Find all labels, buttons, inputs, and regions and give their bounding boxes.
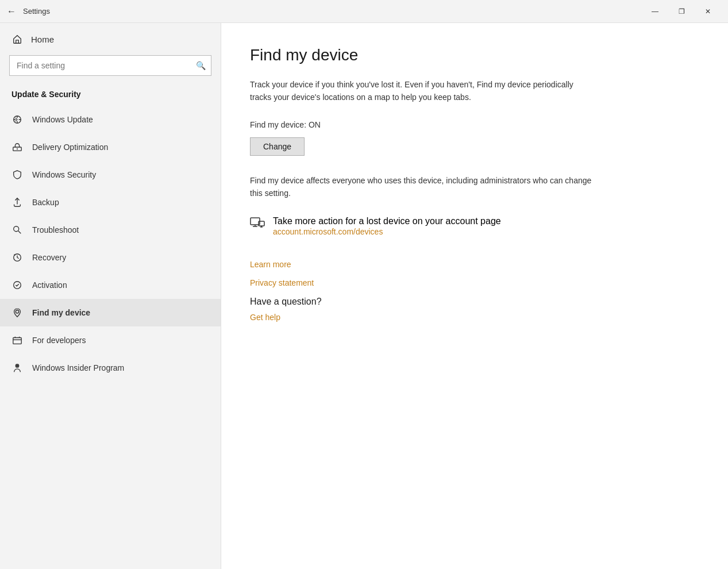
sidebar-item-for-developers[interactable]: For developers	[0, 326, 221, 354]
windows-insider-icon	[11, 362, 23, 374]
device-action-row: Take more action for a lost device on yo…	[250, 216, 595, 237]
windows-update-icon	[11, 114, 23, 125]
troubleshoot-icon	[11, 224, 23, 236]
get-help-link[interactable]: Get help	[250, 313, 699, 322]
device-status: Find my device: ON	[250, 120, 699, 129]
app-title: Settings	[23, 7, 50, 16]
back-button[interactable]: ←	[7, 6, 16, 17]
device-action-content: Take more action for a lost device on yo…	[273, 216, 501, 237]
close-button[interactable]: ✕	[695, 0, 721, 23]
backup-icon	[11, 197, 23, 208]
find-my-device-label: Find my device	[32, 308, 90, 317]
recovery-icon	[11, 252, 23, 263]
maximize-button[interactable]: ❐	[668, 0, 695, 23]
search-container: 🔍	[9, 55, 211, 76]
backup-label: Backup	[32, 198, 59, 207]
device-action-icon	[250, 217, 265, 233]
sidebar-section-title: Update & Security	[0, 85, 221, 106]
svg-point-14	[17, 365, 18, 367]
search-icon: 🔍	[196, 61, 206, 70]
page-title: Find my device	[250, 46, 699, 64]
windows-update-label: Windows Update	[32, 115, 93, 124]
svg-point-8	[16, 310, 18, 313]
home-icon	[11, 33, 23, 45]
window-controls: — ❐ ✕	[642, 0, 721, 23]
recovery-label: Recovery	[32, 253, 66, 262]
sidebar-item-backup[interactable]: Backup	[0, 189, 221, 216]
sidebar: Home 🔍 Update & Security Windows Update	[0, 23, 221, 569]
sidebar-item-windows-update[interactable]: Windows Update	[0, 106, 221, 133]
svg-rect-9	[13, 338, 21, 344]
find-my-device-icon	[11, 307, 23, 318]
sidebar-item-activation[interactable]: Activation	[0, 271, 221, 299]
learn-more-link[interactable]: Learn more	[250, 260, 699, 269]
activation-label: Activation	[32, 280, 67, 290]
sidebar-item-delivery-optimization[interactable]: Delivery Optimization	[0, 133, 221, 161]
sidebar-item-recovery[interactable]: Recovery	[0, 244, 221, 271]
content-description: Track your device if you think you've lo…	[250, 78, 595, 104]
svg-point-4	[14, 226, 19, 232]
content-area: Find my device Track your device if you …	[221, 23, 728, 569]
for-developers-icon	[11, 335, 23, 346]
sidebar-item-windows-security[interactable]: Windows Security	[0, 161, 221, 189]
device-action-text: Take more action for a lost device on yo…	[273, 216, 501, 226]
minimize-button[interactable]: —	[642, 0, 668, 23]
search-input[interactable]	[9, 55, 211, 76]
windows-security-label: Windows Security	[32, 170, 96, 179]
privacy-statement-link[interactable]: Privacy statement	[250, 278, 699, 287]
have-question-title: Have a question?	[250, 297, 699, 307]
title-bar: ← Settings — ❐ ✕	[0, 0, 728, 23]
app-body: Home 🔍 Update & Security Windows Update	[0, 23, 728, 569]
affects-text: Find my device affects everyone who uses…	[250, 174, 595, 200]
troubleshoot-label: Troubleshoot	[32, 225, 79, 234]
delivery-optimization-icon	[11, 141, 23, 153]
sidebar-item-find-my-device[interactable]: Find my device	[0, 299, 221, 326]
for-developers-label: For developers	[32, 336, 86, 345]
delivery-optimization-label: Delivery Optimization	[32, 143, 108, 152]
sidebar-item-troubleshoot[interactable]: Troubleshoot	[0, 216, 221, 244]
device-action-link[interactable]: account.microsoft.com/devices	[273, 227, 383, 236]
activation-icon	[11, 279, 23, 291]
windows-security-icon	[11, 169, 23, 180]
sidebar-item-windows-insider-program[interactable]: Windows Insider Program	[0, 354, 221, 382]
home-label: Home	[31, 34, 54, 44]
windows-insider-label: Windows Insider Program	[32, 363, 124, 372]
sidebar-item-home[interactable]: Home	[0, 23, 221, 55]
change-button[interactable]: Change	[250, 137, 305, 156]
svg-line-5	[18, 231, 21, 234]
